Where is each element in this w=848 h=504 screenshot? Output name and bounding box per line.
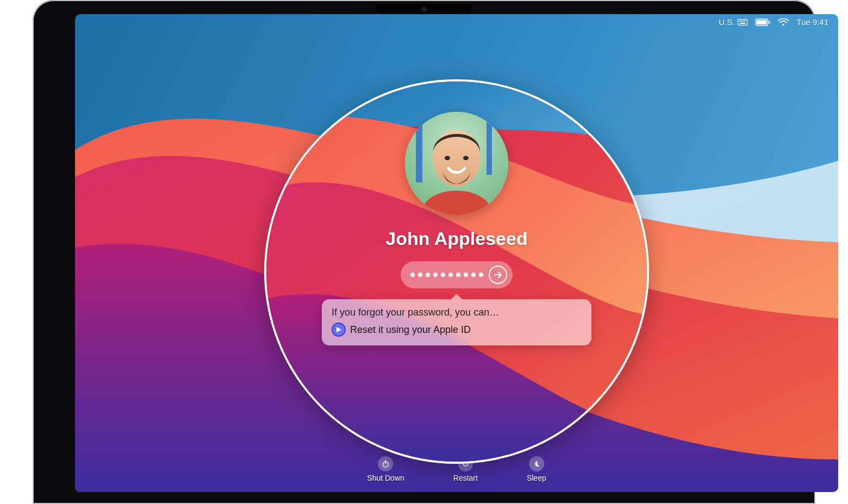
svg-rect-1 bbox=[738, 19, 747, 25]
arrow-right-icon bbox=[494, 270, 502, 279]
play-icon bbox=[332, 323, 346, 337]
svg-point-18 bbox=[445, 156, 450, 160]
clock[interactable]: Tue 9:41 bbox=[796, 17, 828, 27]
svg-marker-21 bbox=[336, 327, 341, 332]
svg-rect-8 bbox=[757, 20, 767, 24]
avatar-illustration bbox=[405, 112, 508, 215]
sleep-button[interactable]: Sleep bbox=[527, 456, 546, 482]
hint-message: If you forgot your password, you can… bbox=[332, 307, 582, 318]
keyboard-icon bbox=[738, 19, 747, 26]
reset-with-apple-id-button[interactable]: Reset it using your Apple ID bbox=[332, 323, 582, 337]
wifi-status[interactable] bbox=[778, 18, 789, 26]
shut-down-label: Shut Down bbox=[367, 474, 404, 482]
power-icon bbox=[382, 460, 390, 468]
clock-label: Tue 9:41 bbox=[796, 17, 828, 27]
svg-rect-6 bbox=[740, 23, 745, 24]
reset-label: Reset it using your Apple ID bbox=[350, 324, 471, 336]
login-panel: John Appleseed If you forgot your passwo… bbox=[321, 112, 593, 345]
svg-rect-4 bbox=[743, 21, 744, 22]
svg-rect-5 bbox=[744, 21, 745, 22]
input-source-label: U.S. bbox=[719, 17, 734, 27]
user-avatar[interactable] bbox=[405, 112, 508, 215]
battery-status[interactable] bbox=[755, 18, 770, 26]
macbook-login-zoomed-frame: U.S. Tue 9:41 Shut Down bbox=[0, 0, 848, 504]
password-hint-popover: If you forgot your password, you can… Re… bbox=[322, 299, 591, 345]
sleep-label: Sleep bbox=[527, 474, 546, 482]
wifi-icon bbox=[778, 18, 789, 26]
restart-label: Restart bbox=[453, 474, 478, 482]
svg-point-10 bbox=[783, 23, 785, 26]
camera-icon bbox=[422, 7, 426, 11]
battery-icon bbox=[755, 18, 770, 26]
svg-rect-2 bbox=[739, 21, 740, 22]
zoom-lens: John Appleseed If you forgot your passwo… bbox=[264, 79, 649, 464]
svg-rect-16 bbox=[487, 115, 492, 175]
svg-rect-3 bbox=[741, 21, 742, 22]
svg-rect-9 bbox=[769, 21, 770, 23]
user-name-label: John Appleseed bbox=[385, 228, 527, 249]
screen: U.S. Tue 9:41 Shut Down bbox=[75, 14, 838, 492]
input-source-menu[interactable]: U.S. bbox=[719, 17, 747, 27]
shut-down-button[interactable]: Shut Down bbox=[367, 456, 404, 482]
svg-point-17 bbox=[433, 130, 481, 186]
password-field[interactable] bbox=[401, 261, 513, 288]
svg-point-19 bbox=[463, 156, 469, 160]
password-dots bbox=[410, 273, 483, 277]
sleep-icon bbox=[533, 460, 540, 468]
submit-password-button[interactable] bbox=[489, 266, 507, 284]
svg-rect-15 bbox=[416, 117, 422, 182]
macbook-bezel: U.S. Tue 9:41 Shut Down bbox=[33, 0, 815, 504]
menu-bar: U.S. Tue 9:41 bbox=[719, 17, 828, 27]
